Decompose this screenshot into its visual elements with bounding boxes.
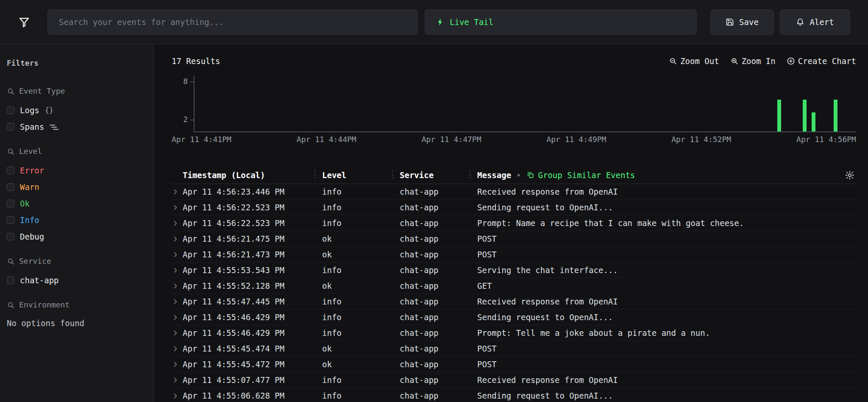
row-message: Prompt: Name a recipe that I can make wi… [470, 218, 856, 228]
log-row[interactable]: Apr 11 4:56:23.446 PM info chat-app Rece… [172, 184, 856, 200]
row-expander[interactable] [172, 298, 183, 305]
row-expander[interactable] [172, 329, 183, 337]
row-expander[interactable] [172, 392, 183, 399]
row-expander[interactable] [172, 345, 183, 352]
zoom-in-label: Zoom In [742, 56, 776, 66]
row-expander[interactable] [172, 188, 183, 195]
log-row[interactable]: Apr 11 4:56:22.523 PM info chat-app Prom… [172, 215, 856, 231]
row-expander[interactable] [172, 361, 183, 368]
row-service: chat-app [392, 218, 470, 228]
row-level: info [314, 313, 392, 322]
funnel-icon [18, 16, 31, 28]
save-button[interactable]: Save [710, 9, 774, 35]
log-row[interactable]: Apr 11 4:55:06.628 PM info chat-app Send… [172, 388, 856, 402]
row-timestamp: Apr 11 4:56:22.523 PM [183, 218, 314, 228]
zoom-in-button[interactable]: Zoom In [730, 56, 776, 66]
chevron-right-icon [172, 345, 179, 352]
log-row[interactable]: Apr 11 4:55:07.477 PM info chat-app Rece… [172, 372, 856, 388]
log-table: Timestamp (Local) Level Service Message … [172, 166, 856, 402]
row-level: info [314, 265, 392, 275]
events-histogram: 82 [172, 75, 856, 132]
log-row[interactable]: Apr 11 4:55:47.445 PM info chat-app Rece… [172, 294, 856, 310]
chart-bar[interactable] [834, 100, 837, 131]
log-row[interactable]: Apr 11 4:55:45.474 PM ok chat-app POST [172, 341, 856, 357]
filter-checkbox-item[interactable]: Spans [7, 121, 149, 132]
col-header-timestamp[interactable]: Timestamp (Local) [183, 170, 314, 180]
filter-checkbox-item[interactable]: Debug [7, 231, 149, 242]
log-table-body: Apr 11 4:56:23.446 PM info chat-app Rece… [172, 184, 856, 402]
table-settings-button[interactable] [845, 170, 854, 180]
row-expander[interactable] [172, 251, 183, 258]
log-row[interactable]: Apr 11 4:55:52.128 PM ok chat-app GET [172, 278, 856, 294]
checkbox[interactable] [7, 183, 14, 191]
alert-button[interactable]: Alert [780, 9, 850, 35]
row-expander[interactable] [172, 377, 183, 384]
log-row[interactable]: Apr 11 4:55:45.472 PM ok chat-app POST [172, 357, 856, 372]
log-row[interactable]: Apr 11 4:55:46.429 PM info chat-app Prom… [172, 325, 856, 341]
row-expander[interactable] [172, 235, 183, 243]
filter-checkbox-item[interactable]: chat-app [7, 275, 149, 286]
log-row[interactable]: Apr 11 4:56:21.475 PM ok chat-app POST [172, 231, 856, 247]
filter-item-list: chat-app [7, 275, 149, 286]
y-axis-tick: 8 [183, 77, 188, 86]
search-input[interactable] [47, 9, 418, 35]
row-expander[interactable] [172, 282, 183, 290]
col-header-service[interactable]: Service [392, 170, 470, 180]
search-icon [7, 148, 15, 156]
alert-button-label: Alert [810, 17, 834, 27]
filter-item-label: Warn [20, 181, 39, 193]
checkbox[interactable] [7, 200, 14, 207]
filter-checkbox-item[interactable]: Logs {} [7, 105, 149, 116]
checkbox[interactable] [7, 106, 14, 114]
checkbox[interactable] [7, 167, 14, 174]
row-message: Received response from OpenAI [470, 297, 856, 306]
chart-bar[interactable] [777, 100, 781, 131]
filters-sidebar: Filters Event Type Logs {} Spans Level [0, 44, 154, 402]
checkbox[interactable] [7, 123, 14, 131]
live-tail-button[interactable]: Live Tail [425, 9, 697, 35]
row-level: ok [314, 250, 392, 259]
zoom-out-button[interactable]: Zoom Out [669, 56, 719, 66]
row-expander[interactable] [172, 267, 183, 274]
no-options-text: No options found [7, 318, 149, 328]
row-timestamp: Apr 11 4:55:53.543 PM [183, 265, 314, 275]
log-row[interactable]: Apr 11 4:55:46.429 PM info chat-app Send… [172, 310, 856, 325]
col-header-level-label: Level [322, 170, 346, 180]
filter-item-label: Spans [20, 121, 44, 132]
row-expander[interactable] [172, 314, 183, 321]
results-count: 17 Results [172, 56, 220, 66]
log-row[interactable]: Apr 11 4:56:22.523 PM info chat-app Send… [172, 200, 856, 215]
checkbox[interactable] [7, 216, 14, 224]
group-similar-events-button[interactable]: Group Similar Events [526, 170, 635, 180]
row-message: POST [470, 250, 856, 259]
filter-checkbox-item[interactable]: Info [7, 215, 149, 226]
row-level: ok [314, 360, 392, 369]
log-row[interactable]: Apr 11 4:55:53.543 PM info chat-app Serv… [172, 262, 856, 278]
filter-toggle-button[interactable] [17, 15, 31, 29]
chart-bar[interactable] [812, 112, 815, 131]
chart-bar[interactable] [803, 100, 807, 131]
group-similar-events-label: Group Similar Events [538, 170, 635, 180]
checkbox[interactable] [7, 233, 14, 240]
row-level: info [314, 203, 392, 212]
row-service: chat-app [392, 391, 470, 400]
filter-checkbox-item[interactable]: Error [7, 165, 149, 176]
log-row[interactable]: Apr 11 4:56:21.473 PM ok chat-app POST [172, 247, 856, 262]
row-service: chat-app [392, 375, 470, 385]
create-chart-label: Create Chart [798, 56, 856, 66]
filter-checkbox-item[interactable]: Warn [7, 181, 149, 193]
row-service: chat-app [392, 265, 470, 275]
chart-plot[interactable] [194, 75, 856, 132]
checkbox[interactable] [7, 276, 14, 284]
filter-item-suffix: {} [45, 106, 53, 114]
zoom-out-icon [669, 57, 677, 65]
col-header-level[interactable]: Level [314, 170, 392, 180]
filter-checkbox-item[interactable]: Ok [7, 198, 149, 209]
chevron-right-icon [172, 314, 179, 321]
create-chart-button[interactable]: Create Chart [787, 56, 856, 66]
filter-section: Environment No options found [7, 300, 149, 328]
row-expander[interactable] [172, 204, 183, 211]
row-expander[interactable] [172, 220, 183, 227]
row-timestamp: Apr 11 4:56:21.475 PM [183, 234, 314, 243]
chevron-right-icon [172, 329, 179, 337]
